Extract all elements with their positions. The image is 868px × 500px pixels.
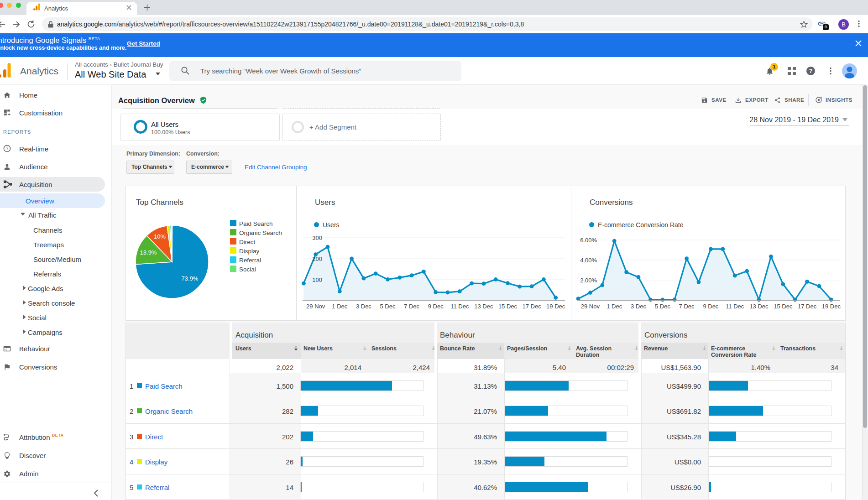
svg-text:29 Nov: 29 Nov	[306, 303, 325, 310]
svg-text:5 Dec: 5 Dec	[380, 303, 396, 310]
svg-text:15 Dec: 15 Dec	[498, 303, 518, 310]
svg-text:1 Dec: 1 Dec	[607, 303, 622, 310]
svg-text:9 Dec: 9 Dec	[428, 303, 444, 310]
svg-text:9 Dec: 9 Dec	[703, 303, 718, 310]
svg-text:13 Dec: 13 Dec	[749, 303, 769, 310]
svg-text:19 Dec: 19 Dec	[822, 303, 841, 310]
svg-text:200: 200	[312, 255, 322, 262]
svg-text:6.00%: 6.00%	[580, 237, 597, 244]
svg-text:13 Dec: 13 Dec	[474, 303, 493, 310]
svg-text:7 Dec: 7 Dec	[404, 303, 419, 310]
svg-text:15 Dec: 15 Dec	[774, 303, 793, 310]
svg-text:7 Dec: 7 Dec	[679, 303, 695, 310]
svg-text:10%: 10%	[154, 233, 166, 240]
svg-text:11 Dec: 11 Dec	[726, 303, 744, 310]
svg-text:19 Dec: 19 Dec	[546, 303, 565, 310]
svg-text:73.9%: 73.9%	[182, 275, 199, 282]
svg-text:4.00%: 4.00%	[580, 257, 597, 264]
svg-text:2.00%: 2.00%	[580, 277, 597, 284]
svg-text:5 Dec: 5 Dec	[655, 303, 670, 310]
svg-text:3 Dec: 3 Dec	[356, 303, 371, 310]
svg-text:11 Dec: 11 Dec	[450, 303, 469, 310]
svg-text:300: 300	[312, 234, 322, 241]
svg-text:29 Nov: 29 Nov	[581, 303, 600, 310]
svg-text:100: 100	[312, 276, 322, 283]
svg-text:3 Dec: 3 Dec	[631, 303, 646, 310]
svg-text:13.9%: 13.9%	[140, 249, 157, 256]
svg-text:17 Dec: 17 Dec	[798, 303, 817, 310]
svg-text:17 Dec: 17 Dec	[522, 303, 541, 310]
svg-text:1 Dec: 1 Dec	[332, 303, 347, 310]
